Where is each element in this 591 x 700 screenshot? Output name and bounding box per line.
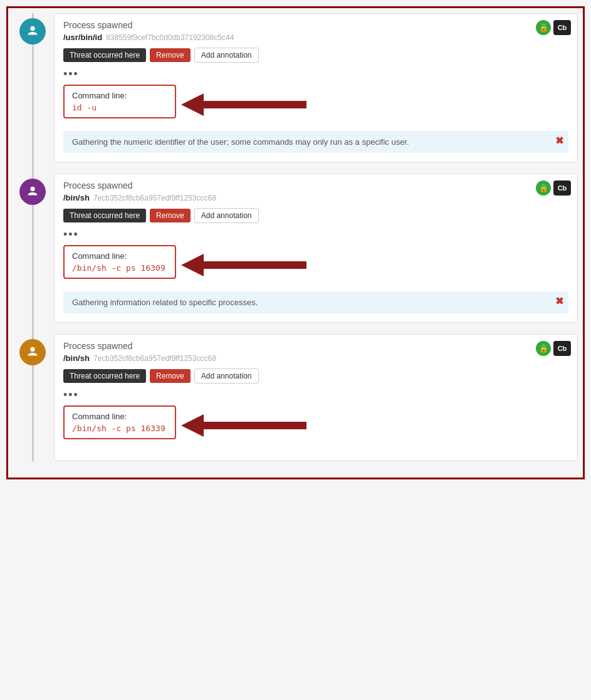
command-box: Command line:/bin/sh -c ps 16339 bbox=[63, 405, 176, 439]
command-box: Command line:id -u bbox=[63, 85, 176, 118]
cb-badge: Cb bbox=[553, 20, 571, 35]
event-title: Process spawned bbox=[63, 180, 568, 191]
command-label: Command line: bbox=[72, 251, 167, 261]
event-block: 🔒CbProcess spawned/bin/sh7ecb352cf8cb6a9… bbox=[13, 174, 578, 323]
process-icon bbox=[19, 339, 46, 365]
event-card: 🔒CbProcess spawned/bin/sh7ecb352cf8cb6a9… bbox=[54, 174, 578, 323]
cb-badge: Cb bbox=[553, 180, 571, 196]
info-text: Gathering information related to specifi… bbox=[72, 298, 258, 307]
svg-marker-3 bbox=[181, 254, 306, 276]
event-card: 🔒CbProcess spawned/usr/bin/id838559f9cef… bbox=[54, 13, 578, 162]
badge-row: Threat occurred hereRemoveAdd annotation bbox=[63, 368, 568, 384]
top-badges: 🔒Cb bbox=[536, 341, 571, 356]
event-block: 🔒CbProcess spawned/usr/bin/id838559f9cef… bbox=[13, 13, 578, 162]
path-row: /bin/sh7ecb352cf8cb6a957edf9ff1253ccc68 bbox=[63, 192, 568, 203]
command-label: Command line: bbox=[72, 91, 167, 100]
command-arrow-row: Command line:/bin/sh -c ps 16339 bbox=[63, 405, 568, 446]
command-value: /bin/sh -c ps 16309 bbox=[72, 263, 167, 273]
svg-marker-1 bbox=[181, 93, 306, 116]
command-arrow-row: Command line:id -u bbox=[63, 85, 568, 125]
threat-occurred-button[interactable]: Threat occurred here bbox=[63, 369, 146, 383]
event-path: /bin/sh bbox=[63, 193, 90, 202]
lock-badge: 🔒 bbox=[536, 180, 551, 196]
ellipsis: ••• bbox=[63, 68, 568, 81]
top-badges: 🔒Cb bbox=[536, 180, 571, 196]
remove-button[interactable]: Remove bbox=[150, 369, 191, 383]
info-box: ✖Gathering the numeric identifier of the… bbox=[63, 131, 568, 153]
add-annotation-button[interactable]: Add annotation bbox=[194, 368, 259, 384]
cb-badge: Cb bbox=[553, 341, 571, 356]
threat-occurred-button[interactable]: Threat occurred here bbox=[63, 48, 146, 62]
svg-point-4 bbox=[30, 347, 34, 352]
top-badges: 🔒Cb bbox=[536, 20, 571, 35]
badge-row: Threat occurred hereRemoveAdd annotation bbox=[63, 208, 568, 223]
add-annotation-button[interactable]: Add annotation bbox=[194, 48, 259, 63]
event-hash: 838559f9cef7bc0d0db37192308c5c44 bbox=[106, 33, 234, 42]
process-icon bbox=[19, 179, 46, 205]
event-hash: 7ecb352cf8cb6a957edf9ff1253ccc68 bbox=[93, 194, 216, 202]
path-row: /bin/sh7ecb352cf8cb6a957edf9ff1253ccc68 bbox=[63, 352, 568, 363]
info-close-button[interactable]: ✖ bbox=[555, 135, 563, 147]
process-icon bbox=[19, 18, 46, 44]
ellipsis: ••• bbox=[63, 228, 568, 241]
svg-marker-5 bbox=[181, 414, 306, 437]
command-value: /bin/sh -c ps 16339 bbox=[72, 424, 167, 433]
event-hash: 7ecb352cf8cb6a957edf9ff1253ccc68 bbox=[93, 354, 216, 363]
main-container: 🔒CbProcess spawned/usr/bin/id838559f9cef… bbox=[6, 6, 585, 479]
badge-row: Threat occurred hereRemoveAdd annotation bbox=[63, 48, 568, 63]
path-row: /usr/bin/id838559f9cef7bc0d0db37192308c5… bbox=[63, 31, 568, 43]
event-block: 🔒CbProcess spawned/bin/sh7ecb352cf8cb6a9… bbox=[13, 334, 578, 461]
command-label: Command line: bbox=[72, 412, 167, 421]
command-arrow-row: Command line:/bin/sh -c ps 16309 bbox=[63, 245, 568, 285]
lock-badge: 🔒 bbox=[536, 20, 551, 35]
event-path: /usr/bin/id bbox=[63, 33, 102, 42]
svg-point-2 bbox=[30, 187, 34, 191]
event-title: Process spawned bbox=[63, 20, 568, 30]
svg-point-0 bbox=[30, 26, 34, 31]
info-text: Gathering the numeric identifier of the … bbox=[72, 137, 409, 147]
command-box: Command line:/bin/sh -c ps 16309 bbox=[63, 245, 176, 279]
remove-button[interactable]: Remove bbox=[150, 209, 191, 222]
add-annotation-button[interactable]: Add annotation bbox=[194, 208, 259, 223]
info-close-button[interactable]: ✖ bbox=[555, 295, 563, 307]
event-card: 🔒CbProcess spawned/bin/sh7ecb352cf8cb6a9… bbox=[54, 334, 578, 461]
command-value: id -u bbox=[72, 103, 167, 112]
threat-occurred-button[interactable]: Threat occurred here bbox=[63, 209, 146, 222]
info-box: ✖Gathering information related to specif… bbox=[63, 291, 568, 313]
remove-button[interactable]: Remove bbox=[150, 48, 191, 62]
event-path: /bin/sh bbox=[63, 353, 90, 363]
event-title: Process spawned bbox=[63, 341, 568, 351]
lock-badge: 🔒 bbox=[536, 341, 551, 356]
timeline: 🔒CbProcess spawned/usr/bin/id838559f9cef… bbox=[13, 13, 578, 461]
ellipsis: ••• bbox=[63, 389, 568, 402]
